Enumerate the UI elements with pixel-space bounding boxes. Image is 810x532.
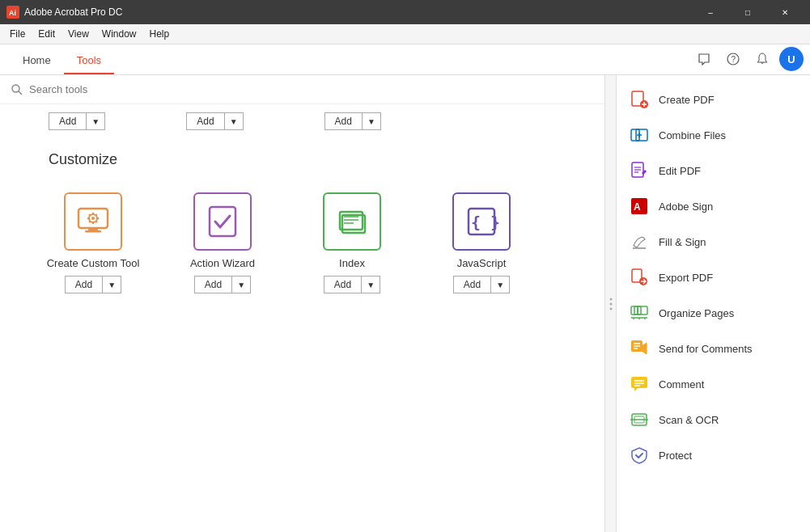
- tab-home[interactable]: Home: [10, 48, 64, 74]
- organize-pages-icon: [630, 303, 649, 323]
- titlebar-controls: – □ ✕: [692, 0, 804, 24]
- top-add-row: Add ▼ Add ▼ Add ▼: [0, 104, 604, 135]
- menu-window[interactable]: Window: [95, 27, 143, 41]
- svg-rect-50: [638, 306, 647, 315]
- send-for-comments-label: Send for Comments: [659, 343, 753, 355]
- action-wizard-icon: [193, 192, 252, 251]
- index-add-btn[interactable]: Add: [324, 276, 361, 293]
- sidebar-item-protect[interactable]: Protect: [617, 437, 810, 473]
- action-wizard-add-dropdown[interactable]: ▼: [231, 276, 251, 293]
- notifications-button[interactable]: [750, 47, 774, 71]
- svg-text:{  }: { }: [471, 213, 499, 232]
- menubar: File Edit View Window Help: [0, 24, 810, 44]
- svg-point-28: [609, 302, 612, 305]
- send-for-comments-icon: [630, 339, 649, 358]
- search-icon: [11, 84, 23, 95]
- maximize-button[interactable]: □: [729, 0, 766, 24]
- chat-button[interactable]: [692, 47, 716, 71]
- export-pdf-icon: [630, 268, 649, 287]
- fill-sign-icon: [630, 232, 649, 251]
- scan-ocr-label: Scan & OCR: [659, 414, 719, 426]
- edit-pdf-icon: [630, 161, 649, 180]
- javascript-add-dropdown[interactable]: ▼: [490, 276, 510, 293]
- sidebar-item-combine-files[interactable]: Combine Files: [617, 117, 810, 153]
- adobe-acrobat-icon: Ai: [6, 6, 19, 19]
- svg-point-4: [12, 85, 19, 92]
- comment-icon: [630, 374, 649, 394]
- user-avatar[interactable]: U: [779, 47, 804, 71]
- scan-ocr-icon: [630, 410, 649, 429]
- combine-files-icon: [630, 125, 649, 145]
- action-wizard-label: Action Wizard: [190, 257, 255, 269]
- add-btn-group-2: Add ▼: [186, 112, 243, 130]
- tool-item-javascript: { } JavaScript Add ▼: [429, 192, 534, 293]
- javascript-icon-box: { }: [452, 192, 511, 251]
- search-bar: [0, 75, 604, 104]
- navtabs: Home Tools ? U: [0, 44, 810, 75]
- add-dropdown-2[interactable]: ▼: [224, 112, 244, 130]
- titlebar-title: Adobe Acrobat Pro DC: [24, 6, 692, 18]
- protect-label: Protect: [659, 450, 692, 462]
- add-button-2[interactable]: Add: [186, 112, 223, 130]
- create-pdf-label: Create PDF: [659, 94, 715, 106]
- sidebar-item-send-for-comments[interactable]: Send for Comments: [617, 331, 810, 366]
- sidebar-item-comment[interactable]: Comment: [617, 366, 810, 402]
- add-button-1[interactable]: Add: [49, 112, 86, 130]
- svg-line-5: [19, 91, 22, 95]
- organize-pages-label: Organize Pages: [659, 307, 734, 319]
- content-area[interactable]: Add ▼ Add ▼ Add ▼ Customize: [0, 75, 604, 532]
- nav-actions: ? U: [692, 47, 810, 74]
- titlebar: Ai Adobe Acrobat Pro DC – □ ✕: [0, 0, 810, 24]
- menu-help[interactable]: Help: [143, 27, 176, 41]
- add-button-3[interactable]: Add: [324, 112, 362, 130]
- action-wizard-add-btn[interactable]: Add: [194, 276, 231, 293]
- create-custom-tool-add-group: Add ▼: [65, 276, 121, 293]
- svg-line-14: [96, 222, 98, 223]
- main-layout: Add ▼ Add ▼ Add ▼ Customize: [0, 75, 810, 532]
- menu-edit[interactable]: Edit: [32, 27, 61, 41]
- svg-line-13: [89, 214, 91, 216]
- add-dropdown-1[interactable]: ▼: [86, 112, 105, 130]
- sidebar-item-export-pdf[interactable]: Export PDF: [617, 260, 810, 295]
- create-custom-tool-label: Create Custom Tool: [47, 257, 140, 269]
- svg-text:Ai: Ai: [9, 9, 16, 17]
- svg-rect-18: [85, 230, 101, 233]
- svg-point-8: [91, 217, 95, 220]
- tool-item-action-wizard: Action Wizard Add ▼: [170, 192, 275, 293]
- right-sidebar: Create PDF Combine Files: [616, 75, 810, 532]
- sidebar-item-create-pdf[interactable]: Create PDF: [617, 82, 810, 117]
- close-button[interactable]: ✕: [766, 0, 804, 24]
- sidebar-item-scan-ocr[interactable]: Scan & OCR: [617, 402, 810, 437]
- create-custom-tool-add-btn[interactable]: Add: [65, 276, 102, 293]
- search-input[interactable]: [29, 83, 191, 95]
- menu-view[interactable]: View: [61, 27, 95, 41]
- tools-grid: Create Custom Tool Add ▼: [32, 192, 572, 293]
- add-dropdown-3[interactable]: ▼: [362, 112, 381, 130]
- panel-resizer[interactable]: [604, 75, 616, 532]
- help-button[interactable]: ?: [721, 47, 745, 71]
- sidebar-item-adobe-sign[interactable]: A Adobe Sign: [617, 188, 810, 224]
- sidebar-item-fill-sign[interactable]: Fill & Sign: [617, 224, 810, 260]
- svg-line-16: [89, 222, 91, 223]
- comment-label: Comment: [659, 378, 704, 391]
- javascript-add-btn[interactable]: Add: [453, 276, 490, 293]
- minimize-button[interactable]: –: [692, 0, 729, 24]
- svg-point-27: [609, 298, 612, 300]
- add-btn-group-3: Add ▼: [324, 112, 381, 130]
- index-label: Index: [339, 257, 365, 269]
- adobe-sign-label: Adobe Sign: [659, 201, 713, 213]
- svg-rect-17: [88, 228, 98, 230]
- create-custom-tool-add-dropdown[interactable]: ▼: [102, 276, 121, 293]
- index-add-dropdown[interactable]: ▼: [361, 276, 380, 293]
- sidebar-item-edit-pdf[interactable]: Edit PDF: [617, 153, 810, 188]
- add-btn-group-1: Add ▼: [49, 112, 105, 130]
- tool-item-index: Index Add ▼: [299, 192, 405, 293]
- combine-files-label: Combine Files: [659, 129, 726, 141]
- tab-tools[interactable]: Tools: [64, 48, 114, 74]
- sidebar-item-organize-pages[interactable]: Organize Pages: [617, 295, 810, 331]
- menu-file[interactable]: File: [3, 27, 32, 41]
- svg-rect-59: [631, 377, 647, 388]
- create-pdf-icon: [630, 90, 649, 109]
- protect-icon: [630, 445, 649, 465]
- index-icon-box: [323, 192, 381, 251]
